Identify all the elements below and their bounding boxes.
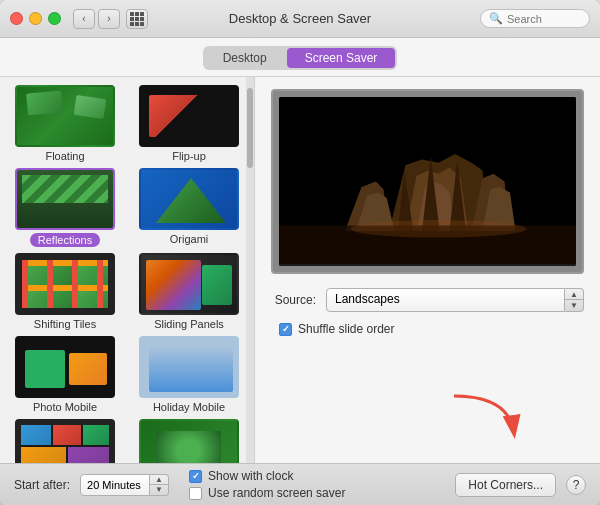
show-clock-label: Show with clock [208,469,293,483]
saver-label-holidaymobile: Holiday Mobile [153,401,225,413]
zoom-button[interactable] [48,12,61,25]
minimize-button[interactable] [29,12,42,25]
saver-thumb-flipup [139,85,239,147]
saver-label-sliding: Sliding Panels [154,318,224,330]
scrollbar-track[interactable] [246,77,254,463]
start-after-control[interactable]: 20 Minutes ▲ ▼ [80,474,169,496]
saver-thumb-floating [15,85,115,147]
start-up-arrow[interactable]: ▲ [150,475,168,486]
saver-label-origami: Origami [170,233,209,245]
saver-thumb-photomobile [15,336,115,398]
shuffle-row: Shuffle slide order [271,322,584,336]
hot-corners-button[interactable]: Hot Corners... [455,473,556,497]
window: ‹ › Desktop & Screen Saver 🔍 Desktop Scr… [0,0,600,505]
bottom-checkboxes: Show with clock Use random screen saver [189,469,345,500]
source-up-arrow[interactable]: ▲ [565,289,583,300]
saver-item-photomobile[interactable]: Photo Mobile [8,336,122,413]
use-random-label: Use random screen saver [208,486,345,500]
preview-svg [279,97,576,266]
saver-label-reflections: Reflections [30,233,100,247]
saver-thumb-reflections [15,168,115,230]
saver-grid: Floating Flip-up Reflections Origami [8,85,246,463]
window-title: Desktop & Screen Saver [229,11,371,26]
traffic-lights [10,12,61,25]
saver-label-floating: Floating [45,150,84,162]
svg-point-12 [351,220,527,238]
source-stepper[interactable]: ▲ ▼ [565,288,584,312]
saver-item-reflections[interactable]: Reflections [8,168,122,247]
arrow-container [271,336,584,451]
use-random-checkbox[interactable] [189,487,202,500]
preview-area [271,89,584,274]
saver-label-flipup: Flip-up [172,150,206,162]
forward-icon: › [107,13,110,24]
forward-button[interactable]: › [98,9,120,29]
shuffle-checkbox[interactable] [279,323,292,336]
back-icon: ‹ [82,13,85,24]
tabs-container: Desktop Screen Saver [203,46,398,70]
right-panel: Source: Landscapes ▲ ▼ Shuffle slide ord… [255,77,600,463]
saver-thumb-sliding [139,253,239,315]
titlebar: ‹ › Desktop & Screen Saver 🔍 [0,0,600,38]
tab-desktop[interactable]: Desktop [205,48,285,68]
hot-corners-arrow [439,391,529,446]
source-select[interactable]: Landscapes [326,288,565,312]
saver-item-floating[interactable]: Floating [8,85,122,162]
source-label: Source: [271,293,316,307]
preview-image [279,97,576,266]
grid-icon [130,12,144,26]
content-area: Floating Flip-up Reflections Origami [0,77,600,463]
help-button[interactable]: ? [566,475,586,495]
saver-item-holidaymobile[interactable]: Holiday Mobile [132,336,246,413]
saver-label-shifting: Shifting Tiles [34,318,96,330]
start-down-arrow[interactable]: ▼ [150,485,168,495]
tabs-bar: Desktop Screen Saver [0,38,600,77]
saver-item-shifting[interactable]: Shifting Tiles [8,253,122,330]
scrollbar-thumb[interactable] [247,88,253,168]
saver-item-flipup[interactable]: Flip-up [132,85,246,162]
use-random-row: Use random screen saver [189,486,345,500]
saver-item-origami[interactable]: Origami [132,168,246,247]
bottom-bar: Start after: 20 Minutes ▲ ▼ Show with cl… [0,463,600,505]
back-button[interactable]: ‹ [73,9,95,29]
show-clock-checkbox[interactable] [189,470,202,483]
preview-inner [279,97,576,266]
nav-buttons: ‹ › [73,9,120,29]
search-icon: 🔍 [489,12,503,25]
screensaver-list: Floating Flip-up Reflections Origami [0,77,255,463]
tab-screensaver[interactable]: Screen Saver [287,48,396,68]
shuffle-label: Shuffle slide order [298,322,395,336]
saver-item-sliding[interactable]: Sliding Panels [132,253,246,330]
saver-thumb-holidaymobile [139,336,239,398]
start-after-value: 20 Minutes [80,474,150,496]
saver-thumb-shifting [15,253,115,315]
search-box[interactable]: 🔍 [480,9,590,28]
search-input[interactable] [507,13,587,25]
saver-label-photomobile: Photo Mobile [33,401,97,413]
start-after-label: Start after: [14,478,70,492]
source-down-arrow[interactable]: ▼ [565,300,583,311]
saver-item-vintageprints[interactable]: Vintage Prints [132,419,246,463]
saver-thumb-origami [139,168,239,230]
close-button[interactable] [10,12,23,25]
controls-area: Source: Landscapes ▲ ▼ Shuffle slide ord… [271,288,584,336]
source-row: Source: Landscapes ▲ ▼ [271,288,584,312]
start-after-stepper[interactable]: ▲ ▼ [150,474,169,496]
grid-view-button[interactable] [126,9,148,29]
saver-thumb-photowall [15,419,115,463]
saver-item-photowall[interactable]: Photo Wall [8,419,122,463]
saver-thumb-vintageprints [139,419,239,463]
show-clock-row: Show with clock [189,469,345,483]
